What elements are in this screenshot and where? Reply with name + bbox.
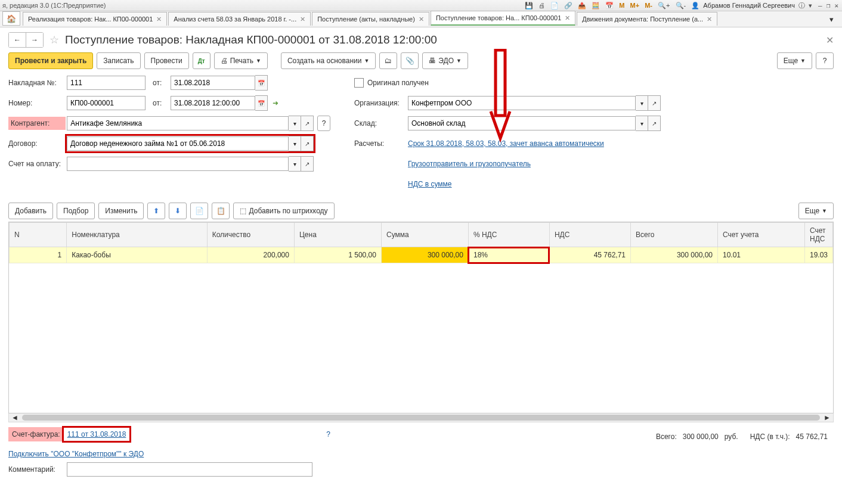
sklad-input[interactable] [408, 116, 636, 130]
compare-icon[interactable]: 🔗 [564, 2, 572, 9]
back-button[interactable]: ← [8, 32, 26, 48]
cell-vat[interactable]: 45 762,71 [549, 247, 630, 263]
cell-sum[interactable]: 300 000,00 [381, 247, 468, 263]
save-button[interactable]: Записать [97, 52, 140, 69]
dtkt-icon[interactable]: Дт [193, 52, 210, 69]
contract-input[interactable] [67, 136, 289, 151]
forward-button[interactable]: → [26, 32, 44, 48]
run-and-close-button[interactable]: Провести и закрыть [8, 52, 93, 69]
org-input[interactable] [408, 96, 636, 110]
col-name[interactable]: Номенклатура [67, 223, 207, 247]
mem-m[interactable]: M [619, 2, 624, 9]
h-scrollbar[interactable]: ◄► [8, 413, 834, 422]
original-checkbox[interactable] [354, 78, 364, 88]
tab-movements[interactable]: Движения документа: Поступление (а...✕ [577, 12, 717, 26]
close-page-icon[interactable]: ✕ [826, 35, 834, 46]
copy-icon[interactable]: 📄 [190, 203, 208, 219]
info-icon[interactable]: ⓘ [798, 1, 805, 10]
help-button[interactable]: ? [816, 52, 834, 69]
save-icon[interactable]: 💾 [525, 2, 533, 9]
run-button[interactable]: Провести [144, 52, 189, 69]
dropdown-icon[interactable]: ▾ [289, 156, 301, 172]
related-icon[interactable]: 🗂 [379, 52, 397, 69]
bill-input[interactable] [67, 157, 289, 171]
edit-button[interactable]: Изменить [98, 203, 144, 219]
col-total[interactable]: Всего [631, 223, 718, 247]
dropdown-icon[interactable]: ▾ [289, 136, 301, 151]
minimize-icon[interactable]: — [818, 2, 822, 10]
create-based-button[interactable]: Создать на основании▼ [281, 52, 376, 69]
close-icon[interactable]: ✕ [834, 2, 838, 10]
dropdown-icon[interactable]: ▾ [289, 116, 301, 131]
col-acc[interactable]: Счет учета [718, 223, 805, 247]
add-row-button[interactable]: Добавить [8, 203, 53, 219]
nakl-number-input[interactable] [67, 76, 146, 90]
col-vatp[interactable]: % НДС [468, 223, 549, 247]
mem-mminus[interactable]: M- [645, 2, 652, 9]
calendar-icon[interactable]: 📅 [255, 75, 268, 91]
open-icon[interactable]: ↗ [301, 156, 314, 172]
tab-close-icon[interactable]: ✕ [300, 15, 305, 23]
help-icon[interactable]: ? [317, 116, 330, 131]
move-up-icon[interactable]: ⬆ [147, 203, 165, 219]
tabs-menu-icon[interactable]: ▾ [823, 13, 840, 26]
edo-button[interactable]: 🖶 ЭДО▼ [422, 52, 468, 69]
user-name[interactable]: Абрамов Геннадий Сергеевич [703, 2, 795, 9]
calendar-icon[interactable]: 📅 [255, 95, 268, 111]
more-button[interactable]: Еще▼ [777, 52, 812, 69]
consignor-link[interactable]: Грузоотправитель и грузополучатель [408, 160, 531, 168]
open-icon[interactable]: ↗ [301, 136, 314, 151]
tab-close-icon[interactable]: ✕ [565, 14, 570, 22]
restore-icon[interactable]: ❐ [826, 2, 831, 10]
table-more-button[interactable]: Еще▼ [798, 203, 834, 219]
zoom-out-icon[interactable]: 🔍- [676, 2, 686, 9]
tab-close-icon[interactable]: ✕ [419, 15, 424, 23]
cell-acc[interactable]: 10.01 [718, 247, 805, 263]
col-sum[interactable]: Сумма [381, 223, 468, 247]
move-down-icon[interactable]: ⬇ [169, 203, 187, 219]
calendar-icon[interactable]: 📅 [605, 2, 614, 9]
nakl-date-input[interactable] [171, 76, 255, 90]
tab-close-icon[interactable]: ✕ [707, 15, 712, 23]
zoom-in-icon[interactable]: 🔍+ [658, 2, 670, 9]
favorite-icon[interactable]: ☆ [49, 33, 59, 46]
print-button[interactable]: 🖨 Печать▼ [214, 52, 268, 69]
col-accvat[interactable]: Счет НДС [804, 223, 832, 247]
dropdown-icon[interactable]: ▾ [636, 95, 648, 111]
datetime-input[interactable] [171, 96, 255, 110]
table-row[interactable]: 1 Какао-бобы 200,000 1 500,00 300 000,00… [10, 247, 833, 263]
col-vat[interactable]: НДС [549, 223, 630, 247]
cell-vatp[interactable]: 18% [468, 247, 549, 263]
counterparty-input[interactable] [67, 116, 289, 130]
print-icon[interactable]: 🖨 [538, 2, 545, 9]
dropdown-icon[interactable]: ▾ [636, 116, 648, 131]
cell-n[interactable]: 1 [10, 247, 67, 263]
paste-icon[interactable]: 📋 [212, 203, 230, 219]
calc-icon[interactable]: 🧮 [592, 2, 600, 9]
comment-input[interactable] [67, 462, 312, 477]
tab-close-icon[interactable]: ✕ [156, 15, 162, 23]
open-icon[interactable]: ↗ [648, 116, 661, 131]
number-input[interactable] [67, 96, 146, 110]
nds-link[interactable]: НДС в сумме [408, 180, 452, 188]
pick-button[interactable]: Подбор [57, 203, 95, 219]
dropdown-icon[interactable]: ▾ [809, 2, 812, 10]
export-icon[interactable]: 📤 [578, 2, 586, 9]
sf-link[interactable]: 111 от 31.08.2018 [64, 428, 130, 441]
tab-analysis[interactable]: Анализ счета 58.03 за Январь 2018 г. -..… [168, 12, 311, 26]
barcode-button[interactable]: ⬚ Добавить по штрихкоду [233, 203, 334, 219]
edo-connect-link[interactable]: Подключить "ООО "Конфетпром"" к ЭДО [8, 450, 144, 458]
tab-realization[interactable]: Реализация товаров: Нак... КП00-000001✕ [23, 12, 167, 26]
col-price[interactable]: Цена [294, 223, 381, 247]
cell-accvat[interactable]: 19.03 [804, 247, 832, 263]
cell-total[interactable]: 300 000,00 [631, 247, 718, 263]
tab-receipt-doc[interactable]: Поступление товаров: На... КП00-000001✕ [431, 11, 575, 26]
cell-name[interactable]: Какао-бобы [67, 247, 207, 263]
col-n[interactable]: N [10, 223, 67, 247]
open-icon[interactable]: ↗ [301, 116, 314, 131]
col-qty[interactable]: Количество [207, 223, 294, 247]
open-icon[interactable]: ↗ [648, 95, 661, 111]
cell-price[interactable]: 1 500,00 [294, 247, 381, 263]
mem-mplus[interactable]: M+ [630, 2, 640, 9]
home-button[interactable]: 🏠 [2, 11, 20, 26]
